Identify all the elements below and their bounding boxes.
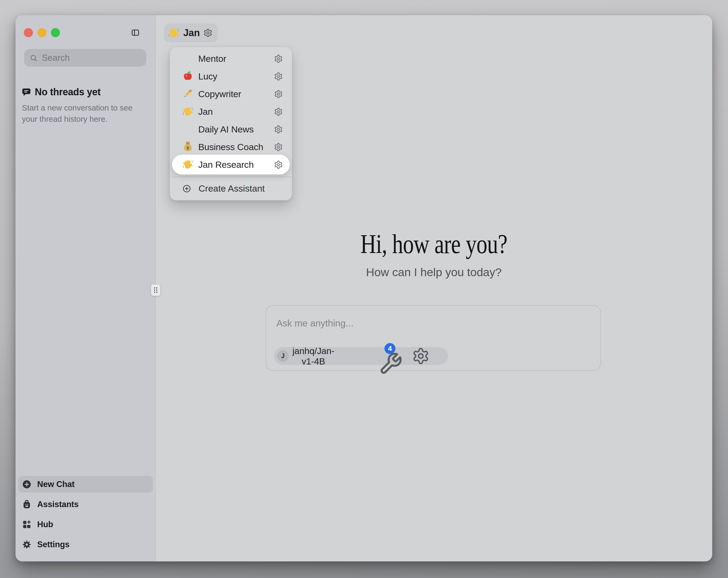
assistant-label: Jan Research [198, 159, 274, 170]
desktop-background: Search No threads yet Start a new conver… [0, 0, 728, 578]
hub-label: Hub [37, 520, 53, 529]
sidebar-toggle-button[interactable] [131, 28, 140, 37]
current-assistant-name: Jan [183, 27, 200, 39]
assistant-settings-gear-icon[interactable] [274, 90, 283, 99]
assistant-settings-gear-icon[interactable] [274, 72, 283, 81]
tools-count-badge: 4 [385, 343, 395, 354]
search-icon [29, 54, 38, 62]
wave-emoji-icon [182, 106, 194, 118]
search-placeholder: Search [42, 53, 70, 63]
create-assistant-label: Create Assistant [199, 183, 265, 194]
assistant-menu-item-jan-research[interactable]: Jan Research [170, 156, 292, 173]
assistant-settings-gear-icon[interactable] [274, 125, 283, 134]
settings-label: Settings [37, 540, 70, 549]
circle-plus-filled-icon [22, 479, 31, 489]
wrench-icon [379, 351, 402, 377]
empty-threads-state: No threads yet Start a new conversation … [21, 86, 142, 125]
sidebar-item-assistants[interactable]: Assistants [18, 496, 153, 513]
sidebar: Search No threads yet Start a new conver… [16, 15, 156, 561]
panel-left-icon [131, 28, 140, 37]
circle-plus-icon [182, 184, 191, 193]
assistant-menu-item-business-coach[interactable]: Business Coach [170, 138, 292, 156]
wave-emoji-icon [168, 27, 180, 39]
assistant-menu-item-jan[interactable]: Jan [170, 103, 292, 120]
message-bubble-icon [21, 87, 31, 97]
tools-button[interactable]: 4 [377, 343, 401, 369]
assistant-settings-gear-icon[interactable] [274, 54, 283, 63]
assistant-label: Jan [198, 106, 274, 117]
sidebar-item-settings[interactable]: Settings [18, 536, 153, 553]
create-assistant-button[interactable]: Create Assistant [170, 180, 292, 198]
backpack-icon [22, 500, 31, 509]
assistant-selector-button[interactable]: Jan [164, 24, 218, 42]
assistant-label: Business Coach [198, 142, 274, 152]
gear-icon[interactable] [203, 28, 212, 37]
grid-plus-icon [22, 520, 31, 529]
assistant-settings-gear-icon[interactable] [274, 160, 283, 169]
model-name: janhq/Jan-v1-4B [292, 346, 334, 367]
orange-circle-emoji-icon [182, 53, 194, 65]
pencil-emoji-icon [182, 88, 194, 100]
zoom-window-button[interactable] [51, 28, 60, 37]
empty-state-title: No threads yet [35, 86, 101, 98]
wave-emoji-icon [182, 159, 194, 171]
assistant-label: Mentor [198, 53, 274, 64]
money-bag-emoji-icon [182, 141, 194, 153]
new-chat-label: New Chat [37, 479, 75, 489]
minimize-window-button[interactable] [37, 28, 47, 37]
gear-filled-icon [22, 540, 31, 549]
assistant-menu-item-mentor[interactable]: Mentor [170, 50, 292, 68]
assistant-menu-item-copywriter[interactable]: Copywriter [170, 85, 292, 103]
assistant-menu-item-lucy[interactable]: Lucy [170, 68, 292, 85]
message-input[interactable]: Ask me anything... [277, 318, 354, 329]
sidebar-bottom-nav: New Chat Assistants Hub Settings [18, 476, 153, 553]
yellow-circle-emoji-icon [182, 123, 194, 135]
empty-state-description: Start a new conversation to see your thr… [22, 102, 140, 125]
assistant-menu-item-daily-ai-news[interactable]: Daily AI News [170, 120, 292, 138]
composer: Ask me anything... J janhq/Jan-v1-4B 4 [266, 305, 601, 371]
model-settings-gear-icon[interactable] [338, 347, 503, 365]
menu-separator [170, 177, 292, 177]
close-window-button[interactable] [24, 28, 33, 37]
model-avatar: J [278, 351, 288, 361]
assistant-menu: Mentor Lucy Copywriter Jan Daily AI News [170, 47, 292, 200]
assistant-settings-gear-icon[interactable] [274, 107, 283, 116]
greeting-subtitle: How can I help you today? [155, 266, 712, 279]
assistant-label: Lucy [198, 71, 274, 82]
greeting-title: Hi, how are you? [211, 228, 656, 259]
model-selector-button[interactable]: J janhq/Jan-v1-4B [274, 347, 448, 365]
new-chat-button[interactable]: New Chat [18, 476, 153, 493]
assistants-label: Assistants [37, 500, 79, 509]
assistant-settings-gear-icon[interactable] [274, 143, 283, 151]
grip-dots-icon [153, 286, 159, 294]
search-input[interactable]: Search [24, 49, 146, 67]
assistant-label: Daily AI News [198, 124, 274, 134]
app-window: Search No threads yet Start a new conver… [16, 15, 712, 561]
sidebar-resize-handle[interactable] [151, 284, 160, 296]
assistant-label: Copywriter [198, 89, 274, 99]
apple-emoji-icon [182, 70, 194, 82]
sidebar-item-hub[interactable]: Hub [18, 516, 153, 533]
